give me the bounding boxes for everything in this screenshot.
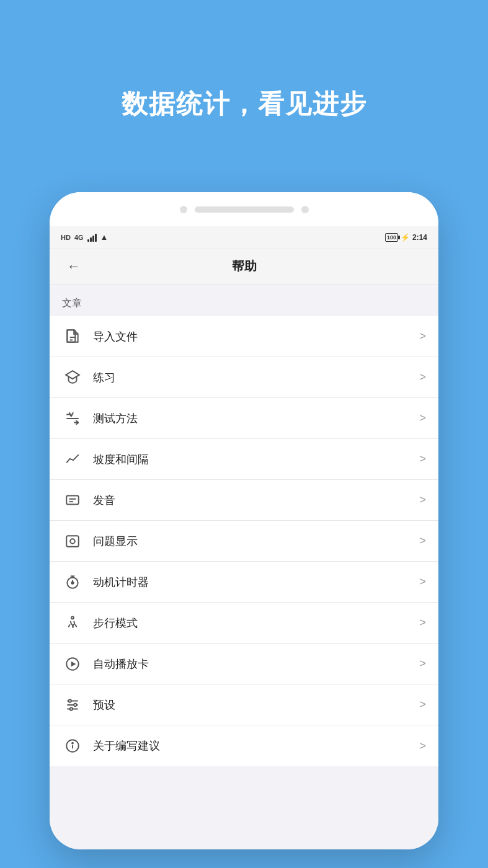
timer-icon <box>62 572 83 593</box>
svg-marker-23 <box>71 661 76 666</box>
svg-point-28 <box>74 703 76 706</box>
menu-item-pronunciation[interactable]: 发音 > <box>50 480 438 521</box>
arrow-practice: > <box>419 371 426 384</box>
status-bar: HD 4G ▲ 100 ⚡ 2:14 <box>50 226 438 249</box>
sliders-icon <box>62 694 83 715</box>
arrow-walking-mode: > <box>419 616 426 629</box>
signal-icon <box>87 233 97 242</box>
arrow-motivation-timer: > <box>419 575 426 588</box>
menu-label-test-method: 测试方法 <box>93 411 419 426</box>
graduation-icon <box>62 367 83 388</box>
arrow-writing-advice: > <box>419 740 426 753</box>
menu-item-practice[interactable]: 练习 > <box>50 357 438 398</box>
info-icon <box>62 735 83 756</box>
menu-item-preset[interactable]: 预设 > <box>50 684 438 725</box>
chat-icon <box>62 490 83 511</box>
hd-label: HD <box>61 234 71 241</box>
menu-item-problem-display[interactable]: 问题显示 > <box>50 521 438 562</box>
arrow-slope-interval: > <box>419 453 426 466</box>
arrow-problem-display: > <box>419 534 426 547</box>
menu-item-motivation-timer[interactable]: 动机计时器 > <box>50 562 438 603</box>
menu-label-problem-display: 问题显示 <box>93 534 419 549</box>
menu-label-walking-mode: 步行模式 <box>93 616 419 631</box>
menu-label-writing-advice: 关于编写建议 <box>93 738 419 753</box>
nav-bar: ← 帮助 <box>50 249 438 285</box>
notch-bar <box>195 206 294 213</box>
back-button[interactable]: ← <box>62 254 86 280</box>
menu-label-preset: 预设 <box>93 698 419 712</box>
menu-label-slope-interval: 坡度和间隔 <box>93 452 419 467</box>
status-right: 100 ⚡ 2:14 <box>385 233 427 242</box>
status-left: HD 4G ▲ <box>61 232 108 242</box>
notch-dot-left <box>180 206 187 213</box>
svg-rect-14 <box>66 536 79 546</box>
network-label: 4G <box>74 234 84 241</box>
wifi-icon: ▲ <box>100 232 109 242</box>
arrow-auto-play: > <box>419 657 426 670</box>
svg-point-21 <box>71 616 74 619</box>
svg-point-29 <box>70 707 73 710</box>
trend-icon <box>62 449 83 470</box>
phone-frame: HD 4G ▲ 100 ⚡ 2:14 ← 帮助 文章 <box>50 192 438 849</box>
menu-label-auto-play: 自动播放卡 <box>93 657 419 671</box>
menu-label-practice: 练习 <box>93 370 419 385</box>
arrow-test-method: > <box>419 412 426 425</box>
menu-item-test-method[interactable]: 测试方法 > <box>50 398 438 439</box>
formula-icon <box>62 408 83 429</box>
menu-item-writing-advice[interactable]: 关于编写建议 > <box>50 725 438 766</box>
eye-icon <box>62 531 83 552</box>
menu-list: 导入文件 > 练习 > <box>50 316 438 766</box>
menu-item-walking-mode[interactable]: 步行模式 > <box>50 603 438 644</box>
notch-dot-right <box>301 206 309 213</box>
svg-marker-3 <box>66 371 79 379</box>
menu-item-auto-play[interactable]: 自动播放卡 > <box>50 644 438 684</box>
lightning-icon: ⚡ <box>401 233 410 242</box>
svg-rect-11 <box>66 495 79 504</box>
menu-label-import-file: 导入文件 <box>93 329 419 344</box>
arrow-preset: > <box>419 698 426 711</box>
page-title: 帮助 <box>86 258 402 275</box>
file-icon <box>62 326 83 347</box>
arrow-pronunciation: > <box>419 494 426 507</box>
menu-item-slope-interval[interactable]: 坡度和间隔 > <box>50 439 438 480</box>
phone-notch <box>50 192 438 226</box>
play-circle-icon <box>62 653 83 675</box>
svg-point-20 <box>71 582 73 583</box>
svg-point-32 <box>72 743 73 744</box>
menu-item-import-file[interactable]: 导入文件 > <box>50 316 438 357</box>
clock-time: 2:14 <box>412 233 427 242</box>
walk-icon <box>62 613 83 634</box>
hero-title: 数据统计，看见进步 <box>0 87 488 122</box>
svg-point-27 <box>69 699 71 702</box>
section-header: 文章 <box>50 285 438 316</box>
battery-icon: 100 <box>385 233 398 242</box>
menu-label-motivation-timer: 动机计时器 <box>93 575 419 590</box>
content-area: 文章 导入文件 > <box>50 285 438 849</box>
menu-label-pronunciation: 发音 <box>93 493 419 508</box>
arrow-import-file: > <box>419 330 426 343</box>
svg-point-15 <box>70 539 75 544</box>
